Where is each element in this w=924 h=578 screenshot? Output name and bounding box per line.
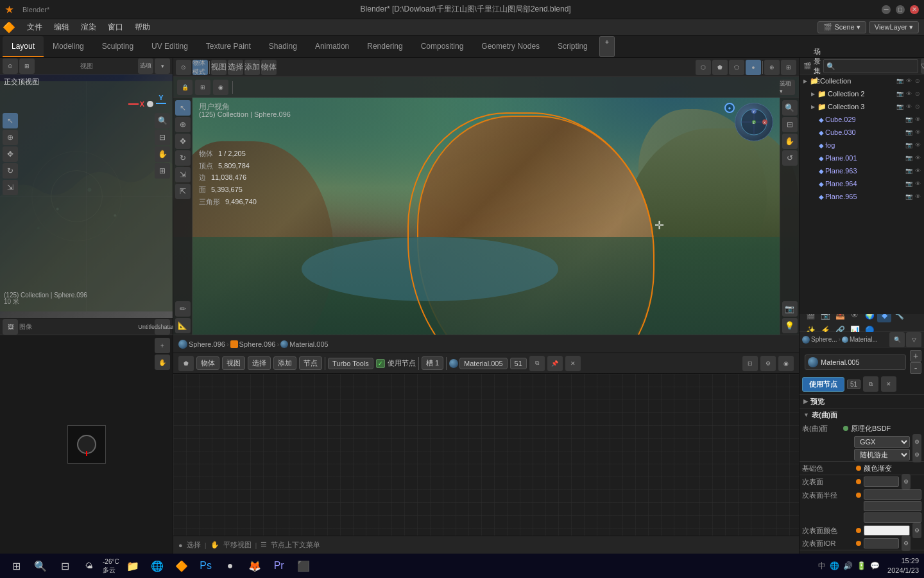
vp-scene-lights[interactable]: 💡 — [782, 318, 798, 333]
left-tool-scale[interactable]: ⇲ — [3, 180, 18, 195]
mat-copy-btn[interactable]: ⧉ — [863, 376, 878, 392]
vp-grid-btn[interactable]: ⊞ — [195, 80, 210, 95]
node-options-btn[interactable]: ⚙ — [760, 356, 776, 371]
vis-fog-eye[interactable]: 👁 — [914, 142, 921, 148]
node-node-menu[interactable]: 节点 — [299, 356, 322, 370]
vis-eye[interactable]: 👁 — [905, 78, 912, 84]
viewlayer-selector[interactable]: ViewLayer ▾ — [869, 21, 919, 33]
menu-render[interactable]: 渲染 — [76, 21, 101, 34]
material-count-btn[interactable]: 51 — [510, 358, 527, 369]
left-tool-move[interactable]: ✥ — [3, 146, 18, 162]
props-view-tab[interactable]: 👁 — [848, 314, 862, 322]
bc-item3[interactable]: Material.005 — [289, 340, 329, 348]
tab-modeling[interactable]: Modeling — [44, 36, 93, 57]
use-nodes-btn[interactable]: 使用节点 — [802, 377, 844, 392]
tab-compositing[interactable]: Compositing — [412, 36, 473, 57]
scene-selector[interactable]: 🎬 Scene ▾ — [817, 21, 866, 33]
menu-file[interactable]: 文件 — [22, 21, 47, 34]
preview-hand[interactable]: ✋ — [155, 355, 170, 370]
node-zoom-fit[interactable]: ⊡ — [742, 356, 758, 371]
vis-plane965-camera[interactable]: 📷 — [905, 193, 912, 200]
subsurface-options[interactable]: ⚙ — [902, 474, 911, 489]
taskbar-firefox[interactable]: 🦊 — [244, 555, 266, 577]
outliner-item-plane965[interactable]: ◆ Plane.965 📷 👁 — [800, 190, 924, 203]
subsurface-method-options[interactable]: ⚙ — [912, 447, 921, 462]
subsurface-method-select[interactable]: 随机游走 Burley — [854, 449, 910, 460]
shading-rendered[interactable]: ● — [746, 60, 761, 75]
outliner-item-collection3[interactable]: ▶ 📁 Collection 3 📷 👁 ⊙ — [800, 100, 924, 113]
vp-zoom-in[interactable]: 🔍 — [782, 100, 798, 116]
left-grid[interactable]: ⊞ — [155, 163, 170, 179]
props-search-btn[interactable]: 🔍 — [889, 332, 905, 347]
menu-edit[interactable]: 编辑 — [49, 21, 74, 34]
add-workspace-btn[interactable]: + — [599, 36, 615, 57]
subsurface-ior-options[interactable]: ⚙ — [902, 536, 911, 551]
tool-measure[interactable]: 📐 — [175, 318, 191, 333]
pin-mat-btn[interactable]: 📌 — [547, 356, 563, 371]
left-vp-expand[interactable]: ▾ — [155, 58, 170, 74]
vp-icon-btn1[interactable]: ⊙ — [176, 60, 191, 75]
tab-shading[interactable]: Shading — [260, 36, 306, 57]
taskbar-premiere[interactable]: Pr — [268, 555, 290, 577]
vis-plane001-eye[interactable]: 👁 — [914, 155, 921, 161]
props-world-tab[interactable]: 🌍 — [862, 314, 877, 322]
outliner-search[interactable] — [823, 59, 918, 73]
vis-cube030-eye[interactable]: 👁 — [914, 129, 921, 136]
surface-header[interactable]: ▼ 表(曲)面 — [800, 408, 924, 421]
maximize-btn[interactable]: □ — [896, 5, 905, 14]
vp-toggle-btn[interactable]: ◉ — [213, 80, 228, 95]
vis-plane965-eye[interactable]: 👁 — [914, 193, 921, 200]
props-modifier-tab[interactable]: 🔧 — [892, 314, 906, 322]
subsurface-color-swatch[interactable] — [864, 525, 910, 536]
left-tool-select[interactable]: ↖ — [3, 113, 18, 128]
vis-cube029-eye[interactable]: 👁 — [914, 116, 921, 123]
vp-select-menu[interactable]: 选择 — [228, 60, 243, 75]
vis-c2-render[interactable]: ⊙ — [914, 91, 921, 97]
menu-window[interactable]: 窗口 — [103, 21, 128, 34]
systray-battery[interactable]: 🔋 — [857, 561, 866, 570]
vis-c2-eye[interactable]: 👁 — [905, 91, 912, 97]
vp-pan[interactable]: ✋ — [782, 134, 798, 149]
mat-remove-btn[interactable]: - — [910, 362, 921, 374]
win-clock[interactable]: 15:29 2024/1/23 — [887, 556, 919, 576]
vis-cube030-camera[interactable]: 📷 — [905, 129, 912, 136]
preview-img-selector[interactable]: Untitledshatan.001 — [155, 319, 170, 335]
subsurface-color-options[interactable]: ⚙ — [912, 523, 921, 538]
win-search-btn[interactable]: 🔍 — [30, 555, 51, 577]
props-scene-tab[interactable]: 🎬 — [803, 314, 817, 322]
mat-add-btn[interactable]: + — [910, 350, 921, 362]
node-render-btn[interactable]: ◉ — [778, 356, 794, 371]
sub-r[interactable]: 1.000 — [864, 489, 921, 500]
outliner-item-plane001[interactable]: ◆ Plane.001 📷 👁 — [800, 152, 924, 164]
sub-b[interactable]: 0.100 — [864, 512, 921, 523]
taskbar-blender[interactable]: 🔶 — [171, 555, 193, 577]
vp-camera[interactable]: 📷 — [782, 301, 798, 317]
tool-move[interactable]: ✥ — [175, 134, 191, 149]
slot-selector[interactable]: 槽 1 — [422, 356, 443, 370]
vp-orbit[interactable]: ↺ — [782, 150, 798, 166]
preview-header[interactable]: ▶ 预览 — [800, 395, 924, 408]
node-mode-icon[interactable]: ⬟ — [178, 356, 194, 371]
vp-top-options[interactable]: 选项 ▾ — [780, 80, 795, 95]
shading-material[interactable]: ⬠ — [729, 60, 744, 75]
vis-plane001-camera[interactable]: 📷 — [905, 155, 912, 161]
menu-help[interactable]: 帮助 — [130, 21, 155, 34]
outliner-item-collection2[interactable]: ▶ 📁 Collection 2 📷 👁 ⊙ — [800, 87, 924, 100]
mat-del-btn[interactable]: ✕ — [881, 376, 896, 392]
tool-cursor[interactable]: ⊕ — [175, 117, 191, 132]
tool-annotate[interactable]: ✏ — [175, 301, 191, 317]
taskbar-weather[interactable]: 🌤 — [78, 555, 100, 577]
tab-uv-editing[interactable]: UV Editing — [142, 36, 197, 57]
vis-plane964-camera[interactable]: 📷 — [905, 180, 912, 187]
tab-texture-paint[interactable]: Texture Paint — [197, 36, 260, 57]
tab-rendering[interactable]: Rendering — [358, 36, 411, 57]
props-render-tab[interactable]: 📷 — [818, 314, 832, 322]
shading-solid[interactable]: ⬟ — [712, 60, 728, 75]
close-btn[interactable]: ✕ — [910, 5, 919, 14]
viewport-overlay-btn[interactable]: ⊕ — [764, 60, 780, 75]
taskbar-terminal[interactable]: ⬛ — [293, 555, 314, 577]
outliner-item-cube030[interactable]: ◆ Cube.030 📷 👁 — [800, 126, 924, 139]
node-add-menu[interactable]: 添加 — [273, 356, 296, 370]
outliner-filter-btn[interactable]: ▽ — [921, 58, 924, 74]
win-start-btn[interactable]: ⊞ — [5, 555, 27, 577]
